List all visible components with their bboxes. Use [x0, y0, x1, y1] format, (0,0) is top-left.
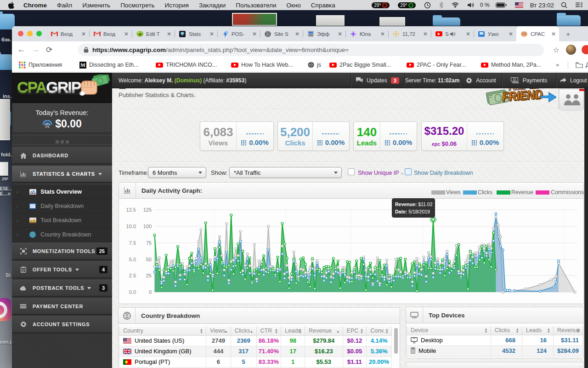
svg-text:25: 25 — [146, 273, 152, 278]
svg-text:7.5: 7.5 — [129, 240, 136, 246]
svg-text:100: 100 — [143, 224, 152, 229]
svg-text:10.0: 10.0 — [126, 224, 136, 229]
svg-text:75: 75 — [146, 240, 152, 246]
svg-text:125: 125 — [143, 207, 152, 213]
svg-text:2.5: 2.5 — [129, 273, 136, 278]
svg-text:5.0: 5.0 — [129, 257, 136, 262]
svg-text:50: 50 — [146, 257, 152, 262]
svg-text:0: 0 — [149, 289, 152, 295]
svg-text:12.5: 12.5 — [126, 207, 136, 213]
svg-text:0.0: 0.0 — [129, 289, 136, 295]
